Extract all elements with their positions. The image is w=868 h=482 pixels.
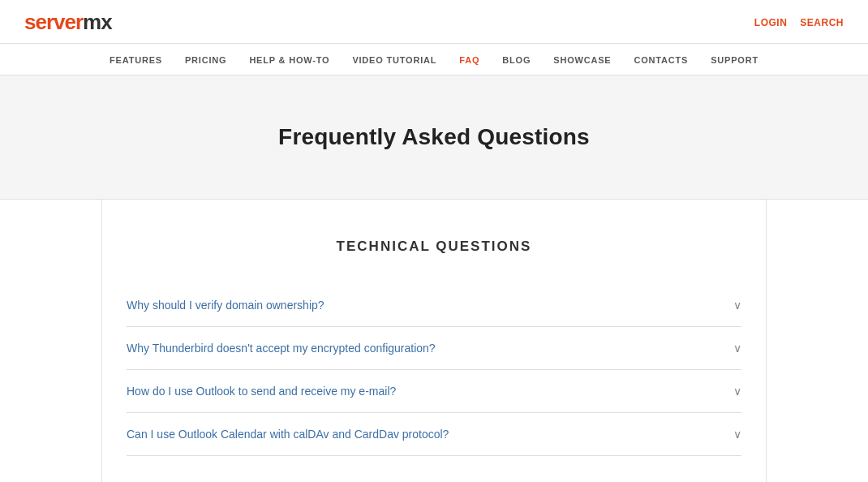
nav-item-support[interactable]: SUPPORT <box>711 55 758 65</box>
faq-item[interactable]: Can I use Outlook Calendar with calDAv a… <box>127 413 741 456</box>
nav-item-contacts[interactable]: CONTACTS <box>634 55 688 65</box>
page-title: Frequently Asked Questions <box>24 124 844 150</box>
faq-question: How do I use Outlook to send and receive… <box>127 385 724 398</box>
nav-item-features[interactable]: FEATURES <box>110 55 162 65</box>
section-title: TECHNICAL QUESTIONS <box>127 239 741 255</box>
chevron-down-icon: ∨ <box>733 299 741 312</box>
nav-item-pricing[interactable]: PRICING <box>185 55 226 65</box>
search-link[interactable]: SEARCH <box>800 17 844 28</box>
chevron-down-icon: ∨ <box>733 342 741 355</box>
faq-item[interactable]: How do I use Outlook to send and receive… <box>127 370 741 413</box>
chevron-down-icon: ∨ <box>733 385 741 398</box>
login-link[interactable]: LOGIN <box>754 17 788 28</box>
faq-question: Why Thunderbird doesn't accept my encryp… <box>127 342 724 355</box>
faq-question: Can I use Outlook Calendar with calDAv a… <box>127 428 724 441</box>
hero-banner: Frequently Asked Questions <box>0 75 868 200</box>
nav-item-help---how-to[interactable]: HELP & HOW-TO <box>249 55 329 65</box>
top-right-links: LOGIN SEARCH <box>754 17 844 37</box>
nav-item-blog[interactable]: BLOG <box>502 55 531 65</box>
main-nav: FEATURESPRICINGHELP & HOW-TOVIDEO TUTORI… <box>0 44 868 75</box>
faq-question: Why should I verify domain ownership? <box>127 299 724 312</box>
header: servermx LOGIN SEARCH <box>0 0 868 44</box>
logo[interactable]: servermx <box>24 10 112 43</box>
chevron-down-icon: ∨ <box>733 428 741 441</box>
faq-item[interactable]: Why Thunderbird doesn't accept my encryp… <box>127 327 741 370</box>
nav-item-video-tutorial[interactable]: VIDEO TUTORIAL <box>352 55 436 65</box>
faq-content-wrapper: TECHNICAL QUESTIONS Why should I verify … <box>101 200 767 482</box>
nav-item-faq[interactable]: FAQ <box>459 55 479 65</box>
nav-item-showcase[interactable]: SHOWCASE <box>553 55 611 65</box>
logo-dark: mx <box>83 10 112 34</box>
logo-orange: server <box>24 10 83 34</box>
faq-item[interactable]: Why should I verify domain ownership?∨ <box>127 284 741 327</box>
faq-list: Why should I verify domain ownership?∨Wh… <box>127 284 741 456</box>
